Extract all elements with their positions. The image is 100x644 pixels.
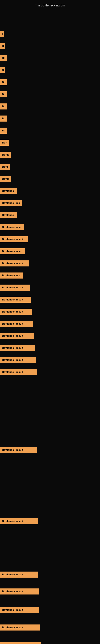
- table-row: Bo: [0, 79, 7, 85]
- label-box: Bottleneck result: [0, 572, 38, 578]
- label-box: Bottle: [0, 176, 11, 182]
- label-box: Bottleneck: [0, 188, 17, 194]
- table-row: Bottleneck result: [0, 572, 38, 578]
- main-container: TheBottlenecker.com IBBoBBoBoBoBoBoBottB…: [0, 0, 100, 644]
- table-row: Bott: [0, 140, 9, 146]
- table-row: Bottleneck result: [0, 447, 37, 453]
- table-row: I: [0, 31, 4, 37]
- table-row: Bottleneck result: [0, 607, 39, 613]
- table-row: Bottleneck res: [0, 272, 23, 278]
- label-box: Bottl: [0, 164, 10, 170]
- table-row: Bottleneck result: [0, 369, 37, 375]
- label-box: Bottleneck result: [0, 588, 39, 594]
- label-box: Bottleneck res: [0, 200, 22, 206]
- label-box: Bottleneck resu: [0, 224, 24, 230]
- table-row: Bottleneck result: [0, 321, 33, 327]
- label-box: I: [0, 31, 4, 37]
- table-row: Bottleneck result: [0, 309, 32, 315]
- label-box: Bottleneck result: [0, 607, 39, 613]
- table-row: Bo: [0, 128, 7, 134]
- label-box: Bottleneck result: [0, 624, 40, 630]
- label-box: Bottleneck res: [0, 272, 23, 278]
- label-box: B: [0, 67, 5, 73]
- table-row: Bottleneck: [0, 188, 17, 194]
- label-box: Bottleneck result: [0, 284, 30, 290]
- table-row: Bottleneck result: [0, 284, 30, 290]
- table-row: Bottleneck result: [0, 236, 28, 242]
- label-box: Bottleneck result: [0, 357, 36, 363]
- label-box: Bott: [0, 140, 9, 146]
- table-row: Bottleneck: [0, 212, 17, 218]
- table-row: B: [0, 43, 5, 49]
- table-row: Bottleneck result: [0, 297, 31, 303]
- label-box: Bottleneck result: [0, 369, 37, 375]
- label-box: Bo: [0, 91, 7, 98]
- label-box: Bo: [0, 116, 7, 122]
- table-row: B: [0, 67, 5, 73]
- label-box: Bottleneck: [0, 212, 17, 218]
- table-row: Bottleneck result: [0, 624, 40, 630]
- label-box: Bottleneck result: [0, 297, 31, 303]
- label-box: Bottleneck result: [0, 447, 37, 453]
- table-row: Bottleneck result: [0, 588, 39, 594]
- table-row: Bottle: [0, 152, 11, 158]
- table-row: Bottleneck resu: [0, 224, 24, 230]
- label-box: Bo: [0, 104, 7, 110]
- table-row: Bottleneck result: [0, 357, 36, 363]
- label-box: Bottle: [0, 152, 11, 158]
- label-box: Bottleneck result: [0, 309, 32, 315]
- table-row: Bo: [0, 55, 7, 61]
- label-box: Bo: [0, 79, 7, 85]
- table-row: Bottl: [0, 164, 10, 170]
- label-box: Bo: [0, 55, 7, 61]
- rows-container: IBBoBBoBoBoBoBoBottBottleBottlBottleBott…: [0, 9, 100, 644]
- table-row: Bottleneck result: [0, 333, 34, 339]
- label-box: Bottleneck result: [0, 518, 38, 524]
- label-box: Bottleneck result: [0, 345, 35, 351]
- site-title: TheBottlenecker.com: [0, 2, 100, 9]
- label-box: Bo: [0, 128, 7, 134]
- table-row: Bottleneck result: [0, 642, 41, 644]
- table-row: Bottleneck result: [0, 260, 29, 266]
- table-row: Bo: [0, 91, 7, 98]
- table-row: Bottleneck result: [0, 345, 35, 351]
- label-box: Bottleneck result: [0, 333, 34, 339]
- label-box: Bottleneck result: [0, 642, 41, 644]
- label-box: Bottleneck resu: [0, 248, 25, 254]
- table-row: Bottleneck res: [0, 200, 22, 206]
- table-row: Bo: [0, 104, 7, 110]
- table-row: Bo: [0, 116, 7, 122]
- label-box: Bottleneck result: [0, 260, 29, 266]
- label-box: B: [0, 43, 5, 49]
- label-box: Bottleneck result: [0, 236, 28, 242]
- table-row: Bottleneck resu: [0, 248, 25, 254]
- label-box: Bottleneck result: [0, 321, 33, 327]
- table-row: Bottleneck result: [0, 518, 38, 524]
- table-row: Bottle: [0, 176, 11, 182]
